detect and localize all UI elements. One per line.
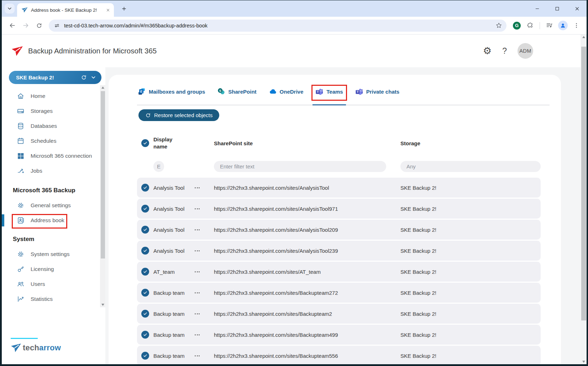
cell-sharepoint-site: https://2h2hx3.sharepoint.com/sites/Anal… (214, 185, 391, 191)
browser-menu-button[interactable] (570, 20, 582, 32)
row-menu-button[interactable] (195, 271, 214, 272)
sidebar-scrollbar[interactable] (100, 85, 105, 307)
sharepoint-site-filter-input[interactable]: Enter filter text (214, 161, 386, 172)
column-header-display-name[interactable]: Display name (153, 136, 193, 150)
reload-button[interactable] (33, 20, 45, 32)
table-row[interactable]: Backup team https://2h2hx3.sharepoint.co… (137, 283, 541, 303)
app-header: Backup Administration for Microsoft 365 … (2, 35, 587, 67)
restore-selected-objects-button[interactable]: Restore selected objects (138, 109, 219, 121)
row-menu-button[interactable] (195, 187, 214, 188)
row-checkbox[interactable] (141, 184, 149, 192)
row-menu-button[interactable] (195, 208, 214, 209)
sidebar-item-label: System settings (31, 251, 69, 257)
table-row[interactable]: AT_team https://2h2hx3.sharepoint.com/si… (137, 262, 541, 282)
sidebar-item-databases[interactable]: Databases (2, 119, 105, 134)
site-controls-icon[interactable] (54, 22, 60, 29)
table-row[interactable]: Analysis Tool https://2h2hx3.sharepoint.… (137, 220, 541, 240)
tab-onedrive[interactable]: OneDrive (268, 88, 304, 105)
table-row[interactable]: Analysis Tool https://2h2hx3.sharepoint.… (137, 241, 541, 261)
scroll-up-arrow[interactable] (100, 85, 105, 90)
row-menu-button[interactable] (195, 292, 214, 293)
row-menu-button[interactable] (195, 355, 214, 356)
extensions-button[interactable] (524, 20, 536, 32)
sidebar-item-general-settings[interactable]: General settings (2, 198, 105, 213)
chevron-down-icon[interactable] (90, 74, 96, 80)
forward-button[interactable] (20, 20, 32, 32)
sidebar-item-system-settings[interactable]: System settings (2, 247, 105, 262)
minimize-button[interactable] (534, 6, 540, 12)
table-row[interactable]: Backup team https://2h2hx3.sharepoint.co… (137, 346, 541, 364)
maximize-button[interactable] (554, 6, 560, 12)
row-checkbox[interactable] (141, 289, 149, 297)
window-controls (528, 0, 587, 17)
row-menu-button[interactable] (195, 313, 214, 314)
help-icon[interactable]: ? (502, 46, 507, 56)
column-header-storage[interactable]: Storage (391, 140, 541, 146)
tab-mailboxes-and-groups[interactable]: Mailboxes and groups (137, 88, 206, 105)
sidebar-item-microsoft-365-connection[interactable]: Microsoft 365 connection (2, 148, 105, 163)
sidebar-item-statistics[interactable]: Statistics (2, 292, 105, 307)
settings-gear-icon[interactable]: ⚙ (483, 46, 492, 56)
sidebar-item-storages[interactable]: Storages (2, 104, 105, 119)
plus-icon (121, 6, 127, 12)
table-row[interactable]: Backup team https://2h2hx3.sharepoint.co… (137, 304, 541, 324)
row-checkbox[interactable] (141, 268, 149, 276)
row-checkbox[interactable] (141, 205, 149, 213)
sidebar-item-label: Schedules (31, 138, 56, 144)
table-row[interactable]: Analysis Tool https://2h2hx3.sharepoint.… (137, 178, 541, 198)
chevron-down-icon (7, 6, 12, 11)
user-avatar[interactable]: ADM (518, 43, 533, 59)
table-body: Analysis Tool https://2h2hx3.sharepoint.… (109, 178, 561, 364)
media-controls-button[interactable] (543, 20, 555, 32)
column-header-sharepoint-site[interactable]: SharePoint site (214, 140, 391, 146)
sidebar-scrollbar-thumb[interactable] (101, 91, 105, 258)
refresh-icon (145, 113, 151, 118)
tab-sharepoint[interactable]: SharePoint (216, 88, 257, 105)
table-row[interactable]: Analysis Tool https://2h2hx3.sharepoint.… (137, 199, 541, 219)
refresh-icon[interactable] (81, 74, 87, 80)
row-checkbox[interactable] (141, 331, 149, 339)
address-bar[interactable]: test-cd-03.tech-arrow.com/admin/#/m365ba… (49, 20, 506, 32)
url-text[interactable]: test-cd-03.tech-arrow.com/admin/#/m365ba… (64, 23, 492, 28)
browser-tab[interactable]: Address book - SKE Backup 2! (17, 3, 114, 17)
row-menu-button[interactable] (195, 229, 214, 230)
sidebar-item-users[interactable]: Users (2, 277, 105, 292)
tab-private-chats[interactable]: Private chats (355, 88, 400, 105)
row-menu-button[interactable] (195, 334, 214, 335)
row-checkbox[interactable] (141, 226, 149, 234)
sidebar-item-home[interactable]: Home (2, 89, 105, 104)
row-checkbox[interactable] (141, 310, 149, 318)
puzzle-icon (527, 22, 534, 29)
cell-sharepoint-site: https://2h2hx3.sharepoint.com/sites/Anal… (214, 248, 391, 254)
grammarly-extension-button[interactable]: G (511, 20, 523, 32)
sidebar-item-licensing[interactable]: Licensing (2, 262, 105, 277)
scroll-up-arrow[interactable] (581, 36, 587, 38)
sidebar-item-schedules[interactable]: Schedules (2, 134, 105, 148)
row-checkbox[interactable] (141, 352, 149, 360)
cell-storage: SKE Backup 2! (391, 332, 541, 338)
table-filter-row: E Enter filter text Any (137, 161, 541, 172)
row-menu-button[interactable] (195, 250, 214, 251)
back-button[interactable] (6, 20, 18, 32)
page-scrollbar[interactable] (581, 35, 587, 364)
sidebar-item-jobs[interactable]: Jobs (2, 163, 105, 178)
forward-arrow-icon (22, 22, 29, 29)
close-window-button[interactable] (574, 6, 580, 12)
scroll-down-arrow[interactable] (100, 302, 105, 307)
workspace-selector[interactable]: SKE Backup 2! (9, 71, 101, 84)
display-name-filter-input[interactable]: E (153, 161, 164, 172)
scroll-down-arrow[interactable] (581, 361, 587, 363)
table-row[interactable]: Backup team https://2h2hx3.sharepoint.co… (137, 325, 541, 345)
new-tab-button[interactable] (119, 4, 129, 14)
logo-text-tech: tech (23, 343, 39, 352)
select-all-checkbox[interactable] (141, 139, 149, 147)
tab-search-button[interactable] (5, 4, 15, 14)
bookmark-star-icon[interactable] (495, 22, 502, 29)
tab-close-button[interactable] (105, 7, 111, 13)
browser-profile-button[interactable] (557, 20, 569, 32)
storage-filter-select[interactable]: Any (400, 161, 541, 172)
sidebar-item-address-book[interactable]: Address book (2, 213, 105, 228)
page-scrollbar-thumb[interactable] (581, 47, 586, 320)
row-checkbox[interactable] (141, 247, 149, 255)
tab-teams[interactable]: Teams (315, 88, 343, 105)
